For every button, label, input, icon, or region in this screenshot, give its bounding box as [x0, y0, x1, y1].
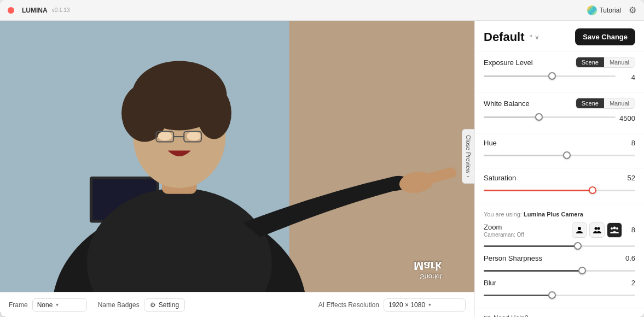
zoom-slider[interactable] [484, 241, 635, 251]
blur-thumb[interactable] [548, 291, 556, 299]
need-help-label: Need Help? [494, 314, 528, 317]
zoom-fill [484, 245, 578, 247]
white-balance-section: White Balance Scene Manual 4500 [475, 92, 644, 133]
exposure-label: Exposure Level [484, 58, 576, 67]
name-badges-setting-button[interactable]: ⚙ Setting [144, 298, 185, 312]
wb-slider[interactable] [484, 112, 616, 122]
svg-point-13 [158, 132, 172, 141]
zoom-label-group: Zoom Cameraman: Off [484, 222, 524, 238]
svg-point-24 [613, 226, 616, 229]
hue-label: Hue [484, 139, 616, 147]
exposure-scene-btn[interactable]: Scene [576, 57, 604, 67]
hue-section: Hue 8 [475, 133, 644, 168]
mail-icon: ✉ [484, 314, 490, 317]
panel-header: Default * ∨ Save Change [475, 21, 644, 51]
zoom-label: Zoom [484, 223, 502, 231]
traffic-light-close[interactable] [8, 7, 14, 14]
person-icon-3 [610, 226, 619, 234]
ps-slider[interactable] [484, 266, 635, 275]
close-preview-tab[interactable]: Close Preview › [462, 129, 474, 184]
exposure-fill [484, 75, 552, 77]
blur-slider[interactable] [484, 290, 635, 300]
wb-scene-btn[interactable]: Scene [576, 98, 604, 108]
blur-track [484, 295, 635, 296]
svg-rect-2 [289, 21, 474, 292]
video-frame [0, 21, 474, 292]
tutorial-label: Tutorial [599, 7, 621, 14]
svg-point-14 [187, 132, 201, 141]
frame-select[interactable]: None ▾ [32, 298, 87, 312]
hue-fill [484, 155, 567, 156]
sat-thumb[interactable] [589, 186, 596, 194]
frame-selector-group: Frame None ▾ [9, 298, 87, 312]
preview-area: Mark Shorkit Close Preview › Frame None … [0, 21, 474, 317]
ps-header-row: Person Sharpness 0.6 [484, 254, 635, 262]
save-change-button[interactable]: Save Change [575, 28, 635, 45]
zoom-sublabel: Cameraman: Off [484, 232, 524, 238]
blur-value: 2 [616, 279, 635, 287]
exposure-manual-btn[interactable]: Manual [604, 57, 635, 67]
hue-slider[interactable] [484, 150, 635, 160]
titlebar: LUMINA v0.1.13 Tutorial ⚙ [0, 0, 644, 21]
preview-footer: Frame None ▾ Name Badges ⚙ Setting AI Ef… [0, 292, 474, 317]
wb-thumb[interactable] [535, 113, 543, 121]
setting-label: Setting [159, 301, 179, 309]
hue-thumb[interactable] [563, 151, 571, 159]
person-sharpness-group: Person Sharpness 0.6 [484, 254, 635, 275]
wb-value: 4500 [616, 114, 635, 122]
svg-point-20 [578, 227, 581, 230]
exposure-header-row: Exposure Level Scene Manual [484, 57, 635, 68]
ps-thumb[interactable] [578, 267, 586, 274]
wb-fill [484, 116, 539, 118]
blur-header-row: Blur 2 [484, 279, 635, 287]
person-icon-1 [575, 226, 584, 234]
sat-header-row: Saturation 52 [484, 174, 635, 182]
frame-value: None [37, 301, 53, 309]
zoom-thumb[interactable] [574, 242, 582, 250]
exposure-thumb[interactable] [548, 72, 556, 80]
svg-point-23 [611, 227, 613, 230]
name-badge-name: Mark [414, 259, 442, 273]
ai-effects-select[interactable]: 1920 × 1080 ▾ [384, 298, 466, 312]
profile-name: Default [484, 30, 525, 44]
saturation-section: Saturation 52 [475, 168, 644, 203]
exposure-section: Exposure Level Scene Manual 4 [475, 51, 644, 92]
ps-track [484, 270, 635, 272]
app-version: v0.1.13 [52, 7, 70, 13]
video-background: Mark Shorkit [0, 21, 474, 292]
exposure-mode-toggle: Scene Manual [576, 57, 635, 68]
video-container: Mark Shorkit Close Preview › [0, 21, 474, 292]
need-help-button[interactable]: ✉ Need Help? [475, 308, 644, 317]
ai-effects-chevron: ▾ [428, 302, 431, 308]
name-badge-sub: Shorkit [414, 273, 442, 281]
zoom-icon-btn-3[interactable] [607, 222, 622, 238]
wb-track [484, 116, 616, 118]
tutorial-icon [587, 5, 597, 15]
zoom-track [484, 245, 635, 247]
zoom-icon-btn-2[interactable] [589, 222, 605, 238]
blur-fill [484, 295, 552, 296]
wb-header-row: White Balance Scene Manual [484, 98, 635, 109]
exposure-value: 4 [616, 73, 635, 81]
exposure-slider[interactable] [484, 71, 616, 81]
sat-label: Saturation [484, 174, 616, 182]
settings-icon[interactable]: ⚙ [629, 5, 636, 15]
ai-effects-group: AI Effects Resolution 1920 × 1080 ▾ [318, 298, 466, 312]
svg-point-21 [595, 227, 597, 230]
zoom-icon-group [572, 222, 622, 238]
ps-value: 0.6 [616, 254, 635, 262]
zoom-icon-btn-1[interactable] [572, 222, 587, 238]
name-badges-group: Name Badges ⚙ Setting [98, 298, 185, 312]
wb-manual-btn[interactable]: Manual [604, 98, 635, 108]
main-content: Mark Shorkit Close Preview › Frame None … [0, 21, 644, 317]
tutorial-button[interactable]: Tutorial [587, 5, 621, 15]
exposure-slider-row: 4 [484, 71, 635, 83]
gear-icon-small: ⚙ [150, 301, 156, 309]
right-panel: Default * ∨ Save Change Exposure Level S… [474, 21, 644, 317]
app-title: LUMINA [22, 7, 48, 14]
sat-value: 52 [616, 174, 635, 182]
person-icon-2 [593, 226, 601, 234]
sat-slider[interactable] [484, 185, 635, 195]
svg-point-22 [597, 227, 600, 230]
close-preview-arrow: › [465, 175, 472, 178]
